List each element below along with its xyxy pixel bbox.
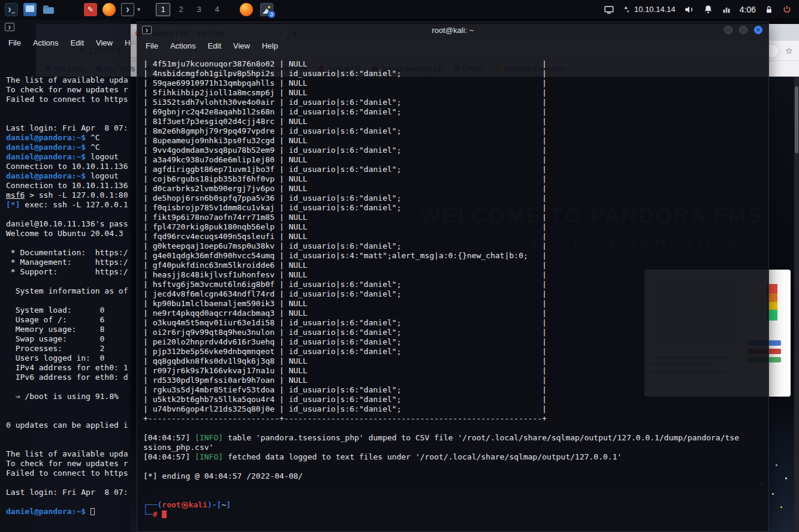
session-row: | 5fihkihbip2jioll1a8mcsmp6j | NULL | [143, 88, 768, 98]
term-menu-actions[interactable]: Actions [170, 41, 196, 50]
session-row: | oi2r6rjq9v99qt8q9heu3nulon | id_usuari… [143, 328, 768, 337]
session-row: | rd5330pdl9pmfssi0arb9h7oan | NULL | [143, 376, 768, 385]
maximize-button[interactable] [739, 26, 747, 34]
firefox-task-icon[interactable] [240, 3, 253, 16]
terminal-menubar: FileActionsEditViewHelp [137, 38, 768, 53]
scrollbar-thumb[interactable] [795, 86, 798, 153]
term-menu-file[interactable]: File [146, 41, 158, 50]
bgterm-line: Failed to connect to https [6, 468, 131, 478]
terminal-icon: ❯ [5, 23, 14, 31]
session-row: | g4e01qdgk36mfdh90hvcc54umq | id_usuari… [143, 251, 768, 261]
notification-badge: 3 [267, 10, 276, 19]
minimize-button[interactable] [724, 26, 732, 34]
workspace-3[interactable]: 3 [192, 3, 206, 16]
bgterm-menu-file[interactable]: File [8, 38, 21, 47]
root-terminal-window[interactable]: ❯ root@kali: ~ ✕ FileActionsEditViewHelp… [137, 22, 769, 532]
workspace-4[interactable]: 4 [210, 3, 224, 16]
bgterm-line [6, 382, 131, 392]
bgterm-line: Failed to connect to https [6, 95, 131, 104]
window-title: root@kali: ~ [137, 26, 768, 35]
workspace-switcher: 1234 [156, 3, 224, 16]
session-row: | pei20lo2hnprdv4dv616r3uehq | id_usuari… [143, 337, 768, 347]
terminal-line [143, 491, 768, 500]
bgterm-line [6, 114, 131, 123]
session-row: | fikt9p6i78no7aofn74rr71m85 | NULL | [143, 213, 768, 222]
session-row: | fpl4720rkig8puk180nqb56elp | NULL | [143, 222, 768, 232]
bgterm-line: Swap usage: 0 [6, 334, 131, 344]
launcher-dropdown-icon[interactable]: ▾ [137, 6, 140, 13]
session-row: | r097jr6k9s7k166vkvaj17na1u | NULL | [143, 366, 768, 376]
bgterm-line: msf6 > ssh -L 127.0.0.1:80 [6, 191, 131, 200]
close-button[interactable]: ✕ [754, 26, 762, 34]
term-menu-edit[interactable]: Edit [208, 41, 221, 50]
log-line: ssions_php.csv' [143, 443, 768, 452]
bgterm-menu-view[interactable]: View [96, 38, 113, 47]
screen-share-icon[interactable] [604, 4, 614, 15]
terminal-cursor [162, 510, 167, 518]
term-menu-view[interactable]: View [233, 41, 250, 50]
bgterm-line [6, 430, 131, 440]
notifications-bell-icon[interactable] [703, 4, 713, 14]
bgterm-line: IPv4 address for eth0: 1 [6, 363, 131, 373]
file-manager-icon[interactable] [42, 3, 55, 16]
session-row: | 4nsbidcmgfoh1gilpv8p5hpi2s | id_usuari… [143, 69, 768, 78]
bgterm-line: Memory usage: 8 [6, 325, 131, 334]
clock[interactable]: 4:06 [740, 5, 756, 14]
terminal-launcher-icon[interactable]: ❯ [121, 3, 134, 16]
bgterm-line: * Support: https:/ [6, 267, 131, 277]
bgterm-line: ⇒ /boot is using 91.8% [6, 392, 131, 401]
cpu-graph-icon[interactable] [722, 5, 731, 14]
session-row: | agfdiriggbt86ep71uvm1jbo3f | id_usuari… [143, 165, 768, 174]
bgterm-line [6, 296, 131, 306]
bgterm-line: 0 updates can be applied i [6, 421, 131, 430]
bgterm-line [6, 104, 131, 114]
bgterm-line: daniel@pandora:~$ [6, 507, 131, 516]
bgterm-line: To check for new updates r [6, 85, 131, 95]
prompt-line: ┌──(root㉿kali)-[~] [143, 500, 768, 510]
bgterm-menu-help[interactable]: Help [125, 38, 131, 47]
power-icon[interactable] [782, 5, 792, 14]
bookmark-star-icon[interactable]: ☆ [785, 46, 793, 56]
bgterm-line [6, 56, 131, 66]
lock-icon[interactable] [764, 5, 774, 14]
volume-icon[interactable] [684, 4, 695, 15]
session-row: | 8upeameujo9nhki3ps0fu32cgd | NULL | [143, 136, 768, 146]
background-terminal-titlebar: ❯ [0, 19, 131, 35]
session-row: | g0kteepqaj1oep6u7msp0u38kv | id_usuari… [143, 241, 768, 251]
session-row: | pjp312be5p56vke9dnbqmnqeot | id_usuari… [143, 347, 768, 356]
bgterm-line [6, 440, 131, 449]
session-row: | heasjj8c48ikjlvsf1uhonfesv | NULL | [143, 270, 768, 280]
workspace-1[interactable]: 1 [156, 3, 170, 16]
text-editor-icon[interactable]: ✎ [84, 3, 97, 16]
background-terminal-menubar: FileActionsEditViewHelp [0, 35, 131, 50]
background-terminal-window[interactable]: ❯ FileActionsEditViewHelp The list of av… [0, 19, 131, 532]
display-settings-icon[interactable] [23, 3, 37, 16]
bgterm-line: System load: 0 [6, 306, 131, 315]
bgterm-line [6, 66, 131, 75]
bgterm-line: [*] exec: ssh -L 127.0.0.1 [6, 200, 131, 210]
kali-menu-icon[interactable]: ❯_ [5, 3, 18, 16]
screenshot-tool-icon[interactable]: 3 [260, 3, 273, 16]
session-row: | 81f3uet7p3esgiq02d4cjj48rc | NULL | [143, 117, 768, 126]
terminal-titlebar[interactable]: ❯ root@kali: ~ ✕ [137, 22, 768, 38]
vpn-ip-indicator[interactable]: 10.10.14.14 [623, 5, 676, 14]
session-row: | 4f51mju7kcuonuqor3876n8o02 | NULL | [143, 59, 768, 69]
bgterm-line: Last login: Fri Apr 8 07: [6, 123, 131, 133]
firefox-launcher-icon[interactable] [102, 3, 116, 16]
bgterm-line: The list of available upda [6, 449, 131, 459]
session-row: | f0qisbrojp785v1dmm8cu1vkaj | id_usuari… [143, 203, 768, 213]
term-menu-help[interactable]: Help [262, 41, 278, 50]
session-row: | cojb6rgubs18ipb35b3f6hf0vp | NULL | [143, 174, 768, 184]
desktop: Pandora FMS - the Flexi ✕ + ← → 127.0.0.… [0, 0, 799, 532]
bgterm-line [6, 238, 131, 248]
session-row: | qq8gqbdkn8fks0dv1l9qk6j3q8 | NULL | [143, 356, 768, 366]
bgterm-menu-actions[interactable]: Actions [33, 38, 59, 47]
bgterm-line: daniel@pandora:~$ logout [6, 152, 131, 162]
bgterm-line: Last login: Fri Apr 8 07: [6, 488, 131, 497]
workspace-2[interactable]: 2 [174, 3, 188, 16]
page-scrollbar[interactable] [794, 77, 799, 532]
bgterm-menu-edit[interactable]: Edit [71, 38, 84, 47]
session-row: | a3a49kc938u7od6e6mlip1ej80 | NULL | [143, 155, 768, 165]
table-border: +----------------------------+----------… [143, 414, 768, 424]
session-row: | fqd96rcv4ecuqs409n5qsleufi | NULL | [143, 232, 768, 241]
